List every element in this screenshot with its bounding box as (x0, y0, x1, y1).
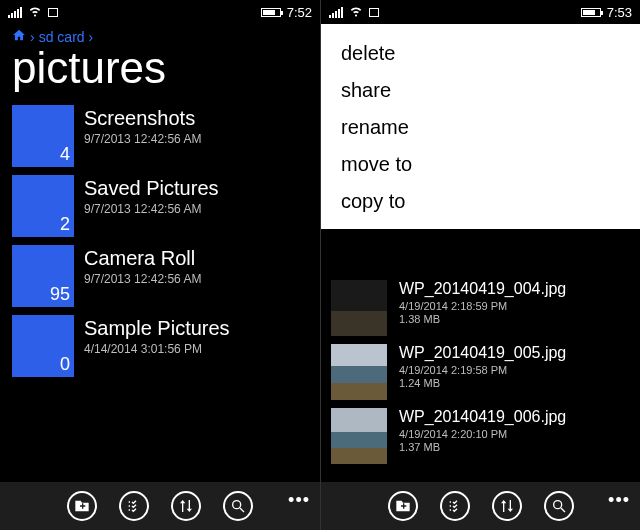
file-date: 4/19/2014 2:19:58 PM (399, 364, 566, 376)
file-item[interactable]: WP_20140419_005.jpg 4/19/2014 2:19:58 PM… (331, 344, 630, 400)
page-title: pictures (0, 45, 320, 105)
folder-date: 9/7/2013 12:42:56 AM (84, 272, 201, 286)
folder-count: 95 (50, 284, 70, 305)
context-menu: delete share rename move to copy to (321, 24, 640, 229)
folder-item[interactable]: 95 Camera Roll 9/7/2013 12:42:56 AM (12, 245, 308, 307)
folder-date: 9/7/2013 12:42:56 AM (84, 132, 201, 146)
menu-item-rename[interactable]: rename (341, 116, 620, 139)
wifi-icon (349, 4, 363, 20)
file-date: 4/19/2014 2:18:59 PM (399, 300, 566, 312)
app-bar: ••• (0, 482, 320, 530)
file-name: WP_20140419_006.jpg (399, 408, 566, 426)
sort-button[interactable] (171, 491, 201, 521)
folder-item[interactable]: 2 Saved Pictures 9/7/2013 12:42:56 AM (12, 175, 308, 237)
new-folder-button[interactable] (67, 491, 97, 521)
folder-date: 4/14/2014 3:01:56 PM (84, 342, 230, 356)
battery-icon (261, 8, 281, 17)
folder-item[interactable]: 4 Screenshots 9/7/2013 12:42:56 AM (12, 105, 308, 167)
phone-screen-context-menu: 7:53 delete share rename move to copy to… (321, 0, 640, 530)
status-bar: 7:53 (321, 0, 640, 24)
overflow-button[interactable]: ••• (288, 490, 310, 511)
menu-item-delete[interactable]: delete (341, 42, 620, 65)
clock: 7:52 (287, 5, 312, 20)
breadcrumb[interactable]: › sd card › (0, 24, 320, 45)
folder-name: Screenshots (84, 107, 201, 129)
folder-tile[interactable]: 0 (12, 315, 74, 377)
file-size: 1.38 MB (399, 313, 566, 325)
folder-tile[interactable]: 4 (12, 105, 74, 167)
signal-icon (329, 7, 343, 18)
sim-icon (369, 8, 379, 17)
wifi-icon (28, 4, 42, 20)
overflow-button[interactable]: ••• (608, 490, 630, 511)
file-size: 1.37 MB (399, 441, 566, 453)
folder-name: Saved Pictures (84, 177, 219, 199)
file-list: WP_20140419_004.jpg 4/19/2014 2:18:59 PM… (321, 280, 640, 464)
file-date: 4/19/2014 2:20:10 PM (399, 428, 566, 440)
folder-count: 0 (60, 354, 70, 375)
new-folder-button[interactable] (388, 491, 418, 521)
battery-icon (581, 8, 601, 17)
file-name: WP_20140419_004.jpg (399, 280, 566, 298)
file-thumbnail[interactable] (331, 408, 387, 464)
file-size: 1.24 MB (399, 377, 566, 389)
folder-count: 2 (60, 214, 70, 235)
select-button[interactable] (440, 491, 470, 521)
search-button[interactable] (544, 491, 574, 521)
folder-tile[interactable]: 95 (12, 245, 74, 307)
search-button[interactable] (223, 491, 253, 521)
folder-name: Camera Roll (84, 247, 201, 269)
clock: 7:53 (607, 5, 632, 20)
app-bar: ••• (321, 482, 640, 530)
file-thumbnail[interactable] (331, 280, 387, 336)
folder-item[interactable]: 0 Sample Pictures 4/14/2014 3:01:56 PM (12, 315, 308, 377)
menu-item-copyto[interactable]: copy to (341, 190, 620, 213)
sort-button[interactable] (492, 491, 522, 521)
menu-item-moveto[interactable]: move to (341, 153, 620, 176)
menu-item-share[interactable]: share (341, 79, 620, 102)
signal-icon (8, 7, 22, 18)
file-name: WP_20140419_005.jpg (399, 344, 566, 362)
folder-date: 9/7/2013 12:42:56 AM (84, 202, 219, 216)
svg-point-1 (553, 501, 561, 509)
file-item[interactable]: WP_20140419_006.jpg 4/19/2014 2:20:10 PM… (331, 408, 630, 464)
phone-screen-folders: 7:52 › sd card › pictures 4 Screen (0, 0, 321, 530)
file-thumbnail[interactable] (331, 344, 387, 400)
select-button[interactable] (119, 491, 149, 521)
folder-list: 4 Screenshots 9/7/2013 12:42:56 AM 2 Sav… (0, 105, 320, 377)
folder-tile[interactable]: 2 (12, 175, 74, 237)
folder-name: Sample Pictures (84, 317, 230, 339)
status-bar: 7:52 (0, 0, 320, 24)
folder-count: 4 (60, 144, 70, 165)
file-item[interactable]: WP_20140419_004.jpg 4/19/2014 2:18:59 PM… (331, 280, 630, 336)
svg-point-0 (233, 501, 241, 509)
sim-icon (48, 8, 58, 17)
